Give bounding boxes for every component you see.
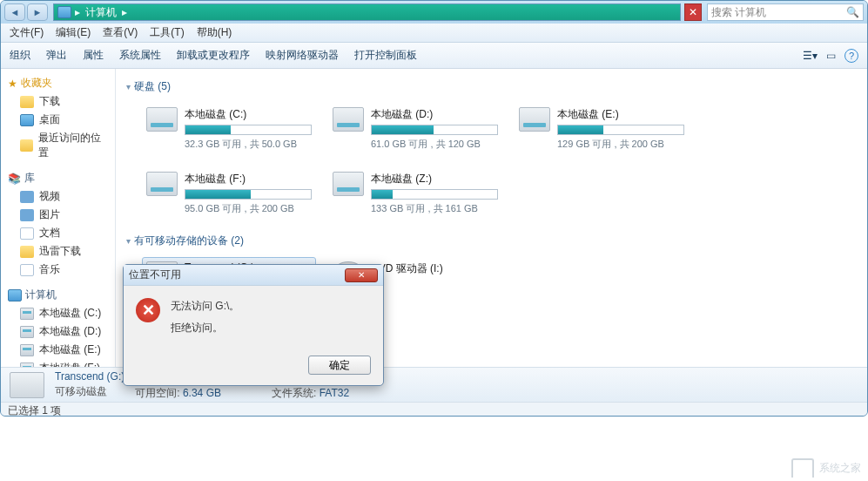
drive-free-text: 32.3 GB 可用 , 共 50.0 GB <box>185 138 312 151</box>
toolbar: 组织 弹出 属性 系统属性 卸载或更改程序 映射网络驱动器 打开控制面板 ☰▾ … <box>1 43 867 69</box>
dialog-title: 位置不可用 <box>129 268 181 282</box>
folder-icon <box>20 96 34 108</box>
tool-properties[interactable]: 属性 <box>83 48 104 63</box>
drive-item[interactable]: 本地磁盘 (C:)32.3 GB 可用 , 共 50.0 GB <box>142 103 316 155</box>
details-free-value: 6.34 GB <box>183 387 221 399</box>
sidebar-item-videos[interactable]: 视频 <box>4 187 111 206</box>
sidebar-item-downloads[interactable]: 下载 <box>4 92 111 111</box>
menu-help[interactable]: 帮助(H) <box>197 25 232 40</box>
menu-file[interactable]: 文件(F) <box>10 25 44 40</box>
group-hard-disks[interactable]: ▾硬盘 (5) <box>126 76 857 98</box>
help-icon[interactable]: ? <box>844 49 858 63</box>
dialog-close-button[interactable]: ✕ <box>345 268 378 282</box>
error-dialog: 位置不可用 ✕ ✕ 无法访问 G:\。 拒绝访问。 确定 <box>123 264 384 386</box>
menu-tools[interactable]: 工具(T) <box>150 25 184 40</box>
sidebar-drive-e[interactable]: 本地磁盘 (E:) <box>4 341 111 359</box>
view-options-icon[interactable]: ☰▾ <box>803 50 818 62</box>
video-icon <box>20 191 34 203</box>
drive-name: 本地磁盘 (F:) <box>185 172 312 186</box>
drive-free-text: 95.0 GB 可用 , 共 200 GB <box>185 202 312 215</box>
computer-icon <box>8 289 22 301</box>
error-icon: ✕ <box>136 298 160 322</box>
watermark: 系统之家 <box>791 458 861 478</box>
folder-icon <box>20 139 33 152</box>
details-name: Transcend (G:) <box>55 370 124 383</box>
sidebar-libraries-header[interactable]: 📚 库 <box>4 169 111 187</box>
drive-icon <box>10 372 44 398</box>
drive-icon <box>20 326 34 338</box>
sidebar-item-recent[interactable]: 最近访问的位置 <box>4 129 111 162</box>
address-close-button[interactable]: ✕ <box>684 3 702 21</box>
statusbar: 已选择 1 项 <box>1 402 867 416</box>
details-fs-value: FAT32 <box>320 387 349 399</box>
drive-capacity-bar <box>185 125 312 135</box>
drive-capacity-bar <box>557 125 684 135</box>
hard-drive-icon <box>333 107 364 132</box>
drive-capacity-bar <box>185 189 312 200</box>
drive-free-text: 129 GB 可用 , 共 200 GB <box>557 138 684 151</box>
sidebar-item-music[interactable]: 音乐 <box>4 261 111 279</box>
tool-system-properties[interactable]: 系统属性 <box>119 48 161 63</box>
drive-name: 本地磁盘 (Z:) <box>371 172 498 186</box>
sidebar-item-pictures[interactable]: 图片 <box>4 206 111 224</box>
titlebar: ◄ ► ▸ 计算机 ▸ ✕ 搜索 计算机 🔍 <box>1 1 867 24</box>
drive-item[interactable]: 本地磁盘 (F:)95.0 GB 可用 , 共 200 GB <box>142 167 316 220</box>
details-type: 可移动磁盘 <box>55 384 124 399</box>
drive-free-text: 133 GB 可用 , 共 161 GB <box>371 202 498 215</box>
watermark-logo-icon <box>791 458 814 478</box>
tool-organize[interactable]: 组织 <box>10 48 30 63</box>
details-free-label: 可用空间: <box>135 387 179 399</box>
tool-control-panel[interactable]: 打开控制面板 <box>354 48 417 63</box>
watermark-text: 系统之家 <box>819 461 861 476</box>
dialog-titlebar[interactable]: 位置不可用 ✕ <box>124 265 383 286</box>
sidebar-drive-d[interactable]: 本地磁盘 (D:) <box>4 322 111 341</box>
dialog-ok-button[interactable]: 确定 <box>308 356 371 375</box>
dialog-message-2: 拒绝访问。 <box>171 320 239 336</box>
details-fs-label: 文件系统: <box>272 387 316 399</box>
menu-edit[interactable]: 编辑(E) <box>56 25 91 40</box>
sidebar-item-thunder[interactable]: 迅雷下载 <box>4 242 111 261</box>
menubar: 文件(F) 编辑(E) 查看(V) 工具(T) 帮助(H) <box>1 24 867 43</box>
tool-uninstall[interactable]: 卸载或更改程序 <box>177 48 250 63</box>
drive-capacity-bar <box>371 189 498 200</box>
search-placeholder: 搜索 计算机 <box>711 5 766 20</box>
sidebar-drive-c[interactable]: 本地磁盘 (C:) <box>4 304 111 322</box>
hard-drive-icon <box>146 172 178 196</box>
sidebar-item-documents[interactable]: 文档 <box>4 224 111 242</box>
music-icon <box>20 264 34 276</box>
document-icon <box>20 227 34 240</box>
chevron-right-icon: ▸ <box>122 6 127 18</box>
collapse-icon: ▾ <box>126 82 131 91</box>
collapse-icon: ▾ <box>126 236 131 246</box>
drive-name: 本地磁盘 (E:) <box>557 107 684 122</box>
drive-item[interactable]: 本地磁盘 (Z:)133 GB 可用 , 共 161 GB <box>328 167 502 220</box>
navigation-pane: ★ 收藏夹 下载 桌面 最近访问的位置 📚 库 视频 图片 文档 迅雷下载 音乐… <box>1 69 116 367</box>
drive-name: 本地磁盘 (C:) <box>185 107 312 122</box>
drive-item[interactable]: 本地磁盘 (D:)61.0 GB 可用 , 共 120 GB <box>328 103 502 155</box>
breadcrumb-computer[interactable]: 计算机 <box>80 5 122 20</box>
desktop-icon <box>20 114 34 126</box>
sidebar-drive-f[interactable]: 本地磁盘 (F:) <box>4 359 111 367</box>
hard-drive-icon <box>146 107 178 132</box>
drive-item[interactable]: 本地磁盘 (E:)129 GB 可用 , 共 200 GB <box>515 103 689 155</box>
drive-free-text: 61.0 GB 可用 , 共 120 GB <box>371 138 498 151</box>
sidebar-computer-header[interactable]: 计算机 <box>4 286 111 304</box>
drive-name: 本地磁盘 (D:) <box>371 107 498 122</box>
preview-pane-icon[interactable]: ▭ <box>826 50 836 62</box>
nav-forward-button[interactable]: ► <box>27 3 48 21</box>
picture-icon <box>20 209 34 221</box>
sidebar-item-desktop[interactable]: 桌面 <box>4 111 111 129</box>
drive-capacity-bar <box>371 125 498 135</box>
nav-back-button[interactable]: ◄ <box>4 3 25 21</box>
address-bar[interactable]: ▸ 计算机 ▸ <box>53 3 681 21</box>
tool-eject[interactable]: 弹出 <box>46 48 67 63</box>
sidebar-favorites-header[interactable]: ★ 收藏夹 <box>4 74 111 92</box>
search-input[interactable]: 搜索 计算机 🔍 <box>707 3 864 21</box>
group-removable[interactable]: ▾有可移动存储的设备 (2) <box>126 230 857 252</box>
drive-icon <box>20 308 34 320</box>
tool-map-drive[interactable]: 映射网络驱动器 <box>266 48 339 63</box>
hard-drive-icon <box>333 172 364 196</box>
search-icon: 🔍 <box>846 6 859 18</box>
dialog-message-1: 无法访问 G:\。 <box>171 298 239 315</box>
menu-view[interactable]: 查看(V) <box>103 25 138 40</box>
